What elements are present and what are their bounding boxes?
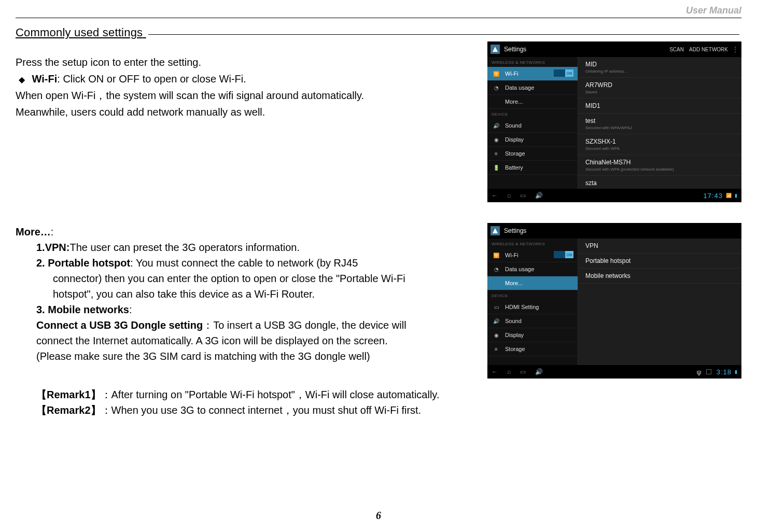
section-title: Commonly used settings [16,26,741,39]
remark1-text: ：After turning on "Portable Wi-Fi hotspo… [101,389,440,400]
sidebar-item-hdmi[interactable]: ▭ HDMI Setting [487,300,578,314]
network-item[interactable]: ChinaNet-MS7HSecured with WPA (protected… [578,155,741,176]
paragraph-1: Press the setup icon to enter the settin… [16,54,436,121]
remark2-label: 【Remark2】 [36,404,101,416]
network-item[interactable]: testSecured with WPA/WPA2 [578,114,741,134]
ss1-main: MIDObtaining IP address... AR7WRDSaved M… [578,57,741,189]
home-icon[interactable]: ⌂ [507,368,511,375]
sb-section-wireless2: WIRELESS & NETWORKS [487,239,578,248]
ss2-title: Settings [504,227,526,234]
main-item-mobile-networks[interactable]: Mobile networks [578,269,741,284]
network-item[interactable]: szta [578,176,741,189]
sb2-sound-label: Sound [505,318,522,324]
main-item-portable-hotspot[interactable]: Portable hotspot [578,254,741,269]
wifi-signal-icon: 📶 [726,193,732,198]
sb-section-device2: DEVICE [487,290,578,300]
ss1-title: Settings [504,46,526,53]
recent-icon[interactable]: ▭ [520,368,526,375]
sb-section-wireless: WIRELESS & NETWORKS [487,57,578,67]
sb2-display-label: Display [505,332,524,338]
status-box-icon [706,369,711,374]
recent-icon[interactable]: ▭ [520,192,526,199]
usb-status-icon: ψ [696,368,702,376]
sidebar-item-battery[interactable]: 🔋 Battery [487,161,578,175]
wifi-desc: : Click ON or OFF to open or close Wi-Fi… [57,73,246,85]
ss1-topbar: Settings SCAN ADD NETWORK ⋮ [487,41,741,57]
remark1-label: 【Remark1】 [36,389,101,400]
sidebar-item-wifi[interactable]: 🛜 Wi-Fi ON [487,67,578,81]
data-usage-icon: ◔ [493,84,500,91]
usb-line2: connect the Internet automatically. A 3G… [16,333,436,348]
home-icon[interactable]: ⌂ [507,192,511,199]
sb-sound-label: Sound [505,122,522,129]
sidebar-item-wifi[interactable]: 🛜 Wi-Fi ON [487,248,578,262]
back-icon[interactable]: ← [492,368,498,375]
settings-icon [490,226,500,235]
overflow-icon[interactable]: ⋮ [732,46,738,53]
remarks-block: 【Remark1】：After turning on "Portable Wi-… [36,387,439,418]
sidebar-item-display[interactable]: ◉ Display [487,133,578,147]
usb-line3: (Please make sure the 3G SIM card is mat… [16,348,436,364]
page-number: 6 [0,510,757,522]
wifi-toggle[interactable]: ON [554,69,573,77]
more-heading: More… [16,226,51,237]
ss1-navbar: ← ⌂ ▭ 🔊 17:43 📶 ▮ [487,189,741,202]
volume-icon[interactable]: 🔊 [535,368,543,375]
sidebar-item-storage[interactable]: ≡ Storage [487,342,578,356]
network-item[interactable]: AR7WRDSaved [578,78,741,99]
usb-dongle-heading: Connect a USB 3G Dongle setting [36,319,203,331]
wifi-icon: 🛜 [493,70,500,77]
display-icon: ◉ [493,331,500,339]
back-icon[interactable]: ← [492,192,498,199]
p1-bullet: ◆ Wi-Fi: Click ON or OFF to open or clos… [16,71,436,87]
ss2-time: 3:18 [717,368,732,376]
sb2-wifi-label: Wi-Fi [505,252,518,258]
toggle-knob: ON [565,251,573,258]
main-item-vpn[interactable]: VPN [578,239,741,254]
diamond-bullet-icon: ◆ [19,75,25,84]
storage-icon: ≡ [493,150,500,157]
p1-line4: Meanwhile, users could add network manua… [16,104,436,120]
p1-line1: Press the setup icon to enter the settin… [16,54,436,70]
sound-icon: 🔊 [493,317,500,325]
header-label: User Manual [686,5,741,16]
sb-display-label: Display [505,136,524,143]
section-title-text: Commonly used settings [16,26,143,39]
sidebar-item-sound[interactable]: 🔊 Sound [487,119,578,133]
sb-battery-label: Battery [505,164,523,171]
sidebar-item-storage[interactable]: ≡ Storage [487,147,578,161]
wifi-icon: 🛜 [493,251,500,259]
sb-data-label: Data usage [505,85,534,91]
sidebar-item-data-usage[interactable]: ◔ Data usage [487,81,578,95]
ss1-sidebar: WIRELESS & NETWORKS 🛜 Wi-Fi ON ◔ Data us… [487,57,578,189]
volume-icon[interactable]: 🔊 [535,192,543,199]
portable-hotspot-heading: 2. Portable hotspot [36,257,130,269]
vpn-text: The user can preset the 3G operators inf… [69,242,300,253]
ph-line3: hotspot", you can also take this device … [16,286,436,302]
display-icon: ◉ [493,136,500,143]
hdmi-icon: ▭ [493,303,500,311]
network-item[interactable]: MIDObtaining IP address... [578,57,741,78]
sidebar-item-sound[interactable]: 🔊 Sound [487,314,578,328]
remark2-text: ：When you use 3G to connect internet，you… [101,404,422,416]
ss2-topbar: Settings [487,223,741,239]
sb2-hdmi-label: HDMI Setting [505,304,539,310]
network-item[interactable]: SZXSHX-1Secured with WPA [578,134,741,155]
scan-button[interactable]: SCAN [669,47,684,52]
sidebar-item-more[interactable]: More... [487,276,578,290]
battery-status-icon: ▮ [735,369,737,374]
p1-line3: When open Wi-Fi，the system will scan the… [16,88,436,103]
sidebar-item-data-usage[interactable]: ◔ Data usage [487,262,578,276]
wifi-toggle[interactable]: ON [554,251,573,258]
sidebar-item-more[interactable]: More... [487,95,578,109]
network-item[interactable]: MID1 [578,99,741,114]
ss2-main: VPN Portable hotspot Mobile networks [578,239,741,365]
paragraph-more: More…: 1.VPN:The user can preset the 3G … [16,224,436,364]
ph-line1: : You must connect the cable to network … [130,257,358,269]
add-network-button[interactable]: ADD NETWORK [689,47,728,52]
vpn-heading: 1.VPN: [36,242,69,253]
settings-icon [490,45,500,54]
sidebar-item-display[interactable]: ◉ Display [487,328,578,342]
sb-section-device: DEVICE [487,109,578,119]
wifi-label: Wi-Fi [32,73,58,85]
